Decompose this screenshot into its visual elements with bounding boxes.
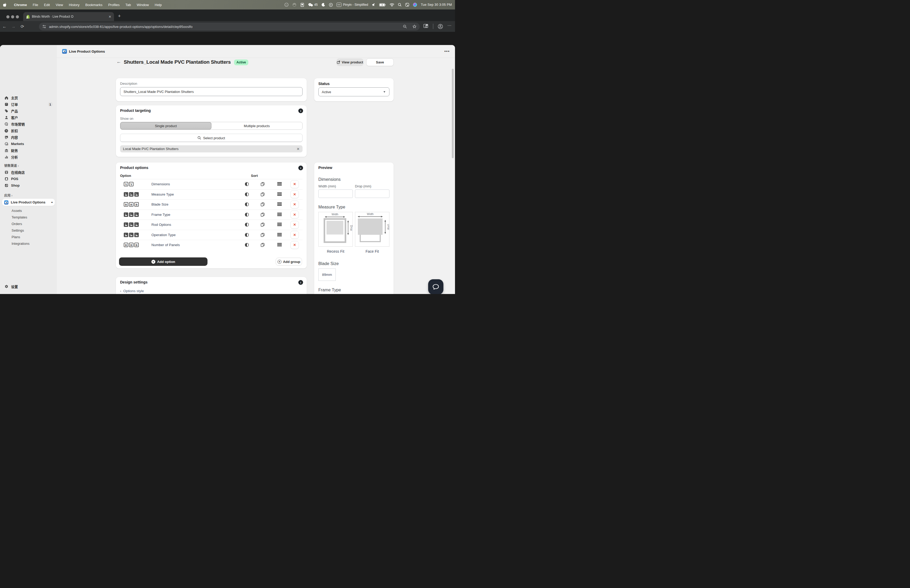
menubar-clock[interactable]: Tue Sep 30 3:05 PM [421,3,452,6]
menu-history[interactable]: History [66,3,82,7]
back-button[interactable]: ← [116,59,121,65]
save-button[interactable]: Save [366,58,394,66]
side-panel-search-icon[interactable] [423,24,429,28]
wechat-icon[interactable]: 45 [308,3,318,7]
sidebar-item-shop[interactable]: Shop [2,182,55,189]
sidebar-item-integrations[interactable]: Integrations [2,240,55,247]
option-name[interactable]: Frame Type [151,213,170,216]
wifi-icon[interactable] [390,3,394,6]
sidebar-item-analytics[interactable]: 分析 [2,154,55,160]
visibility-icon[interactable] [245,182,249,186]
menu-profiles[interactable]: Profiles [105,3,123,7]
input-source-label[interactable]: Pinyin - Simplified [343,3,368,6]
sidebar-item-home[interactable]: 主页 [2,94,55,101]
help-chat-button[interactable] [428,279,443,294]
sidebar-item-online-store[interactable]: 在线商店 [2,169,55,176]
sidebar-item-marketing[interactable]: 市场营销 [2,121,55,128]
delete-option-button[interactable]: ✕ [291,210,299,218]
visibility-icon[interactable] [245,243,249,247]
new-tab-button[interactable]: + [118,14,121,18]
bookmark-star-icon[interactable] [412,24,417,29]
sidebar-item-finance[interactable]: 财务 [2,147,55,154]
input-source-icon[interactable]: ⌗⌗ [336,3,341,7]
visibility-icon[interactable] [245,222,249,227]
duplicate-icon[interactable] [260,233,265,237]
delete-option-button[interactable]: ✕ [291,180,299,188]
spotlight-icon[interactable] [398,3,402,6]
menu-window[interactable]: Window [134,3,152,7]
sidebar-item-products[interactable]: 产品 [2,108,55,114]
delete-option-button[interactable]: ✕ [291,241,299,249]
duplicate-icon[interactable] [260,192,265,197]
page-scrollbar[interactable] [452,69,454,158]
mute-icon[interactable] [372,3,375,6]
face-fit-option[interactable]: Width Drop [355,212,390,247]
browser-tab[interactable]: Blinds Worth · Live Product O ✕ [23,12,114,21]
window-minimize-button[interactable] [11,15,14,18]
adobe-cc-icon[interactable]: ∞ [284,3,289,7]
width-input[interactable] [318,189,353,198]
info-icon[interactable]: i [298,108,303,113]
sidebar-item-orders[interactable]: 订单 1 [2,101,55,108]
duplicate-icon[interactable] [260,182,265,186]
drop-input[interactable] [355,189,390,198]
options-style-disclosure[interactable]: › Options style [120,289,302,293]
sidebar-item-content[interactable]: 内容 [2,134,55,141]
duplicate-icon[interactable] [260,212,265,217]
back-icon[interactable]: ← [0,24,9,29]
drag-handle-icon[interactable] [277,192,281,197]
reload-icon[interactable]: ⟳ [18,24,27,29]
delete-option-button[interactable]: ✕ [291,231,299,239]
sales-channels-section-label[interactable]: 销售渠道 › [4,163,19,168]
visibility-icon[interactable] [245,233,249,237]
drag-handle-icon[interactable] [277,182,281,186]
delete-option-button[interactable]: ✕ [291,200,299,208]
sidebar-item-app-orders[interactable]: Orders [2,221,55,227]
sidebar-item-customers[interactable]: 客户 [2,114,55,121]
select-product-button[interactable]: Select product [120,134,302,142]
option-name[interactable]: Blade Size [151,202,168,206]
forward-icon[interactable]: → [9,24,18,29]
control-center-icon[interactable] [405,3,409,6]
apps-section-label[interactable]: 应用 › [4,193,12,197]
menu-help[interactable]: Help [152,3,165,7]
menu-chrome[interactable]: Chrome [11,3,30,7]
duplicate-icon[interactable] [260,243,265,247]
window-close-button[interactable] [6,15,10,18]
multiple-products-tab[interactable]: Multiple products [212,122,302,129]
sidebar-item-live-product-options[interactable]: Live Product Options • [2,199,55,206]
duplicate-icon[interactable] [260,202,265,207]
add-option-button[interactable]: + Add option [119,257,207,266]
profile-icon[interactable] [438,24,443,29]
option-name[interactable]: Operation Type [151,233,176,237]
sidebar-item-discounts[interactable]: 折扣 [2,128,55,134]
add-group-button[interactable]: + Add group [276,258,302,266]
sidebar-item-pos[interactable]: POS [2,176,55,182]
window-zoom-button[interactable] [16,15,19,18]
info-icon[interactable]: i [298,280,303,285]
single-product-tab[interactable]: Single product [120,122,212,129]
info-icon[interactable]: i [298,166,303,170]
option-name[interactable]: Rod Options [151,223,171,227]
app-menu-dot[interactable]: • [51,200,53,205]
visibility-icon[interactable] [245,202,249,207]
duplicate-icon[interactable] [260,222,265,227]
address-bar[interactable]: admin.shopify.com/store/e5c038-61/apps/l… [39,23,420,31]
visibility-icon[interactable] [245,192,249,197]
drag-handle-icon[interactable] [277,202,281,207]
tab-close-icon[interactable]: ✕ [108,15,112,19]
menu-bookmarks[interactable]: Bookmarks [82,3,105,7]
drag-handle-icon[interactable] [277,212,281,217]
option-name[interactable]: Measure Type [151,192,174,196]
delete-option-button[interactable]: ✕ [291,190,299,198]
remove-product-icon[interactable]: ✕ [296,147,300,151]
drag-handle-icon[interactable] [277,233,281,237]
view-product-button[interactable]: View product [336,58,364,66]
sidebar-item-settings[interactable]: 设置 [2,283,55,290]
menu-edit[interactable]: Edit [41,3,53,7]
description-input[interactable] [120,87,302,96]
capture-icon[interactable] [300,3,304,7]
status-select[interactable]: Active ▼ [318,87,390,96]
battery-icon[interactable] [379,3,386,6]
drag-handle-icon[interactable] [277,222,281,227]
